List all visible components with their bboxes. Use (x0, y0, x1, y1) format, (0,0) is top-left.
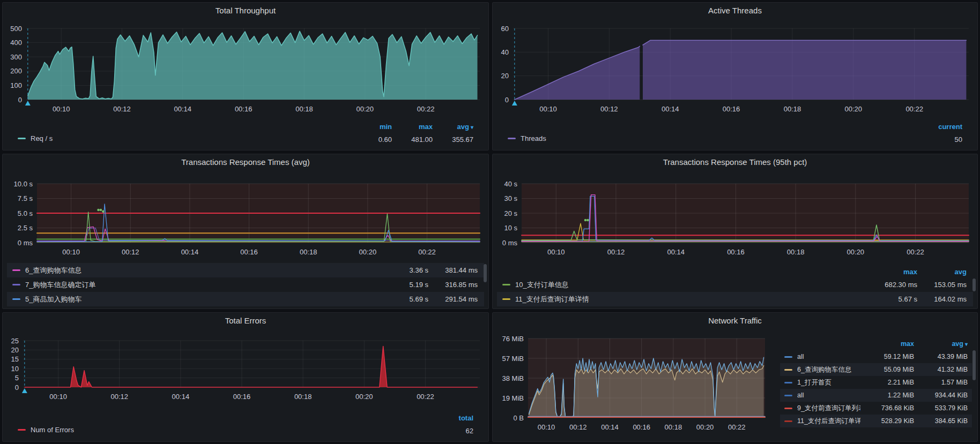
legend-sort-max[interactable]: max (868, 268, 917, 276)
errors-chart[interactable]: 051015202500:1000:1200:1400:1600:1800:20… (7, 328, 484, 417)
legend-sort-avg[interactable]: avg (917, 268, 967, 276)
legend-row[interactable]: 7_购物车信息确定订单5.19 s316.85 ms (7, 277, 484, 292)
svg-text:00:20: 00:20 (355, 393, 373, 401)
svg-text:7.5 s: 7.5 s (18, 194, 33, 202)
legend-series-num-of-errors[interactable]: Num of Errors (18, 426, 74, 434)
legend-value: 384.65 KiB (914, 417, 968, 425)
rt-avg-chart[interactable]: 0 ms2.5 s5.0 s7.5 s10.0 s00:1000:1200:14… (7, 170, 484, 261)
svg-text:10 s: 10 s (504, 224, 517, 232)
svg-text:400: 400 (10, 39, 22, 47)
svg-text:00:18: 00:18 (665, 423, 682, 431)
threads-chart[interactable]: 020406000:1000:1200:1400:1600:1800:2000:… (497, 19, 973, 118)
stats-header-row: min max avg▾ (351, 120, 473, 133)
legend-scrollbar[interactable] (972, 279, 976, 291)
legend-row[interactable]: 1_打开首页2.21 MiB1.57 MiB (780, 376, 972, 389)
series-color-dash (12, 269, 20, 271)
legend-row[interactable]: 6_查询购物车信息55.09 MiB41.32 MiB (780, 363, 972, 376)
legend-series-label: 6_查询购物车信息 (797, 365, 851, 374)
svg-text:10: 10 (11, 365, 19, 373)
panel-rt-95: Transactions Response Times (95th pct) 0… (492, 154, 978, 309)
panel-total-throughput: Total Throughput 010020030040050000:1000… (2, 2, 489, 150)
stat-header-current[interactable]: current (932, 123, 962, 131)
svg-text:00:22: 00:22 (418, 248, 436, 256)
legend-sort-avg[interactable]: avg▾ (914, 340, 968, 348)
rt-95-chart[interactable]: 0 ms10 s20 s30 s40 s00:1000:1200:1400:16… (497, 170, 973, 261)
series-color-dash (784, 420, 792, 422)
stat-value-max: 481.00 (403, 136, 433, 144)
stats-value-row: 62 (433, 424, 473, 437)
series-color-dash (784, 395, 792, 396)
legend-value: 1.22 MiB (860, 392, 914, 399)
svg-text:00:22: 00:22 (907, 248, 924, 256)
caret-down-icon: ▾ (471, 124, 473, 130)
stat-header-max[interactable]: max (403, 123, 433, 131)
panel-title-total-errors[interactable]: Total Errors (3, 314, 488, 328)
panel-title-rt-avg[interactable]: Transactions Response Times (avg) (3, 155, 488, 169)
throughput-stats: min max avg▾ 0.60 481.00 355.67 (351, 120, 473, 146)
threads-stats: current 50 (922, 120, 962, 146)
legend-row[interactable]: all1.22 MiB934.44 KiB (780, 389, 972, 402)
legend-row[interactable]: 11_支付后查询订单详情528.29 KiB384.65 KiB (780, 415, 972, 427)
legend-row[interactable]: 6_查询购物车信息3.36 s381.44 ms (7, 263, 484, 277)
svg-text:25: 25 (11, 337, 19, 345)
svg-text:0 ms: 0 ms (502, 239, 518, 247)
legend-series-label: 7_购物车信息确定订单 (25, 280, 95, 290)
series-color-dash (784, 356, 792, 358)
svg-text:00:12: 00:12 (607, 248, 625, 256)
svg-text:00:10: 00:10 (547, 248, 565, 256)
rt-95-legend: maxavg10_支付订单信息682.30 ms153.05 ms11_支付后查… (497, 266, 973, 306)
legend-row[interactable]: 9_支付前查询订单列表736.68 KiB533.79 KiB (780, 402, 972, 415)
series-color-dash (508, 138, 516, 139)
stats-header-row: total (433, 411, 473, 424)
legend-value: 43.39 MiB (914, 353, 968, 360)
legend-value: 153.05 ms (917, 281, 967, 289)
throughput-chart[interactable]: 010020030040050000:1000:1200:1400:1600:1… (7, 19, 484, 118)
panel-title-rt-95[interactable]: Transactions Response Times (95th pct) (493, 155, 977, 169)
network-chart[interactable]: 0 B19 MiB38 MiB57 MiB76 MiB00:1000:1200:… (497, 328, 778, 437)
svg-text:00:10: 00:10 (538, 423, 555, 431)
legend-value: 682.30 ms (868, 281, 917, 289)
legend-series-label: 11_支付后查询订单详情 (515, 295, 589, 304)
stat-value-total: 62 (443, 427, 473, 435)
svg-text:2.5 s: 2.5 s (18, 224, 33, 232)
legend-series-label: Threads (521, 134, 546, 142)
panel-total-errors: Total Errors 051015202500:1000:1200:1400… (2, 312, 489, 442)
series-color-dash (784, 408, 792, 409)
stats-value-row: 0.60 481.00 355.67 (351, 133, 473, 146)
svg-text:00:20: 00:20 (847, 248, 865, 256)
legend-row[interactable]: all59.12 MiB43.39 MiB (780, 350, 972, 363)
stat-value-min: 0.60 (362, 136, 392, 144)
legend-row[interactable]: 5_商品加入购物车5.69 s291.54 ms (7, 292, 484, 306)
svg-text:00:16: 00:16 (727, 248, 745, 256)
legend-series-label: 9_支付前查询订单列表 (797, 404, 860, 413)
panel-title-network-traffic[interactable]: Network Traffic (493, 314, 977, 328)
legend-row[interactable]: 10_支付订单信息682.30 ms153.05 ms (497, 277, 973, 292)
rt-avg-legend: 6_查询购物车信息3.36 s381.44 ms7_购物车信息确定订单5.19 … (7, 263, 484, 306)
panel-network-traffic: Network Traffic 0 B19 MiB38 MiB57 MiB76 … (492, 312, 978, 442)
legend-series-label: 1_打开首页 (797, 378, 831, 387)
legend-series-threads[interactable]: Threads (508, 134, 546, 142)
legend-series-label: 11_支付后查询订单详情 (797, 417, 860, 426)
legend-series-req-s[interactable]: Req / s (18, 134, 53, 142)
stat-header-total[interactable]: total (443, 414, 473, 422)
legend-sort-max[interactable]: max (860, 340, 914, 348)
legend-scrollbar[interactable] (972, 350, 976, 380)
legend-scrollbar[interactable] (484, 264, 487, 282)
svg-text:15: 15 (11, 355, 19, 363)
panel-title-total-throughput[interactable]: Total Throughput (3, 4, 488, 18)
series-color-dash (12, 298, 20, 300)
legend-value: 41.32 MiB (914, 366, 968, 373)
stat-header-avg[interactable]: avg▾ (443, 123, 473, 131)
svg-text:00:18: 00:18 (294, 393, 312, 401)
svg-text:00:22: 00:22 (417, 393, 434, 401)
legend-value: 381.44 ms (428, 266, 478, 274)
svg-text:20 s: 20 s (504, 209, 517, 217)
stats-header-row: current (922, 120, 962, 133)
svg-text:0: 0 (18, 96, 22, 104)
legend-row[interactable]: 11_支付后查询订单详情5.67 s164.02 ms (497, 292, 973, 306)
stat-header-min[interactable]: min (362, 123, 392, 131)
stat-value-current: 50 (932, 136, 962, 144)
panel-title-active-threads[interactable]: Active Threads (493, 4, 977, 18)
legend-series-label: 6_查询购物车信息 (25, 266, 81, 275)
legend-value: 291.54 ms (428, 295, 478, 303)
